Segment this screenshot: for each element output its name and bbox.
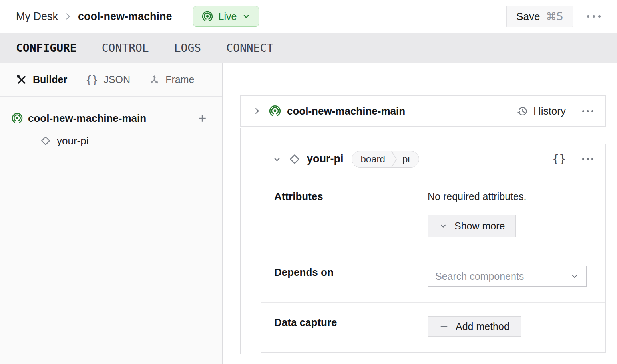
- tree-item-label: your-pi: [57, 135, 88, 147]
- part-card-menu-button[interactable]: [582, 107, 594, 115]
- live-broadcast-icon: [11, 112, 23, 124]
- frame-axes-icon: [149, 74, 160, 85]
- tree-item-label: cool-new-machine-main: [28, 112, 146, 125]
- expand-chevron-icon[interactable]: [253, 107, 261, 115]
- machine-tab-bar: CONFIGURE CONTROL LOGS CONNECT: [0, 33, 617, 63]
- mode-frame[interactable]: Frame: [149, 74, 194, 85]
- mode-json-label: JSON: [103, 74, 130, 85]
- depends-on-label: Depends on: [274, 266, 428, 302]
- attributes-section: Attributes No required attributes. Show …: [261, 174, 605, 251]
- model-badge-label: pi: [398, 154, 419, 165]
- machine-status-button[interactable]: Live: [193, 6, 259, 27]
- component-card-menu-button[interactable]: [582, 155, 594, 163]
- search-components-input[interactable]: [435, 271, 570, 282]
- tree-indent-line: [240, 128, 241, 354]
- component-card: your-pi board pi {} Attributes No requir…: [261, 144, 606, 353]
- collapse-chevron-icon[interactable]: [273, 155, 281, 164]
- attributes-empty-text: No required attributes.: [428, 190, 592, 203]
- history-label: History: [533, 105, 566, 117]
- show-more-button[interactable]: Show more: [428, 215, 516, 237]
- tools-icon: [16, 74, 27, 85]
- machine-status-label: Live: [219, 11, 237, 22]
- mode-json[interactable]: {} JSON: [86, 74, 130, 86]
- config-sidebar: Builder {} JSON Frame: [0, 63, 223, 364]
- tab-connect[interactable]: CONNECT: [226, 42, 273, 55]
- save-button[interactable]: Save ⌘S: [506, 6, 573, 27]
- type-badge-label: board: [352, 154, 391, 165]
- chevron-down-icon[interactable]: [570, 271, 579, 281]
- part-card-title: cool-new-machine-main: [287, 105, 405, 117]
- diamond-icon: [40, 135, 51, 146]
- chevron-down-icon: [439, 222, 448, 230]
- component-type-badge: board pi: [352, 151, 419, 168]
- live-broadcast-icon: [201, 10, 213, 22]
- machine-tree: cool-new-machine-main your-pi: [0, 97, 222, 150]
- data-capture-label: Data capture: [274, 316, 428, 353]
- depends-on-section: Depends on: [261, 251, 605, 303]
- chevron-down-icon: [242, 12, 251, 21]
- tab-configure[interactable]: CONFIGURE: [16, 42, 77, 55]
- depends-on-combobox[interactable]: [428, 266, 587, 287]
- data-capture-section: Data capture Add method: [261, 303, 605, 353]
- component-title: your-pi: [307, 153, 344, 165]
- view-json-button[interactable]: {}: [552, 152, 566, 166]
- braces-icon: {}: [86, 74, 98, 86]
- view-mode-switcher: Builder {} JSON Frame: [0, 63, 222, 97]
- badge-divider-chevron: [391, 151, 398, 168]
- save-shortcut: ⌘S: [546, 10, 563, 22]
- mode-frame-label: Frame: [165, 74, 194, 85]
- add-method-label: Add method: [456, 321, 510, 332]
- tab-control[interactable]: CONTROL: [102, 42, 149, 55]
- breadcrumb-parent-link[interactable]: My Desk: [16, 10, 58, 23]
- live-broadcast-icon: [269, 105, 281, 117]
- top-bar: My Desk cool-new-machine Live Save ⌘S: [0, 0, 617, 33]
- tree-item-component[interactable]: your-pi: [11, 132, 208, 150]
- breadcrumb: My Desk cool-new-machine: [16, 10, 172, 23]
- attributes-label: Attributes: [274, 190, 428, 251]
- add-component-button[interactable]: [197, 113, 208, 124]
- breadcrumb-machine-name: cool-new-machine: [78, 10, 172, 23]
- show-more-label: Show more: [454, 220, 505, 232]
- tree-item-machine-part[interactable]: cool-new-machine-main: [11, 108, 208, 129]
- mode-builder-label: Builder: [33, 74, 67, 85]
- machine-part-card: cool-new-machine-main History: [240, 95, 606, 127]
- diamond-icon: [289, 153, 301, 165]
- add-method-button[interactable]: Add method: [428, 316, 521, 337]
- plus-icon: [439, 322, 449, 331]
- tab-logs[interactable]: LOGS: [174, 42, 201, 55]
- mode-builder[interactable]: Builder: [16, 74, 67, 85]
- breadcrumb-chevron-icon: [64, 11, 72, 22]
- history-button[interactable]: History: [517, 105, 566, 117]
- history-clock-icon: [517, 105, 529, 117]
- save-label: Save: [516, 10, 540, 23]
- component-card-header: your-pi board pi {}: [261, 144, 605, 174]
- more-options-button[interactable]: [586, 12, 602, 20]
